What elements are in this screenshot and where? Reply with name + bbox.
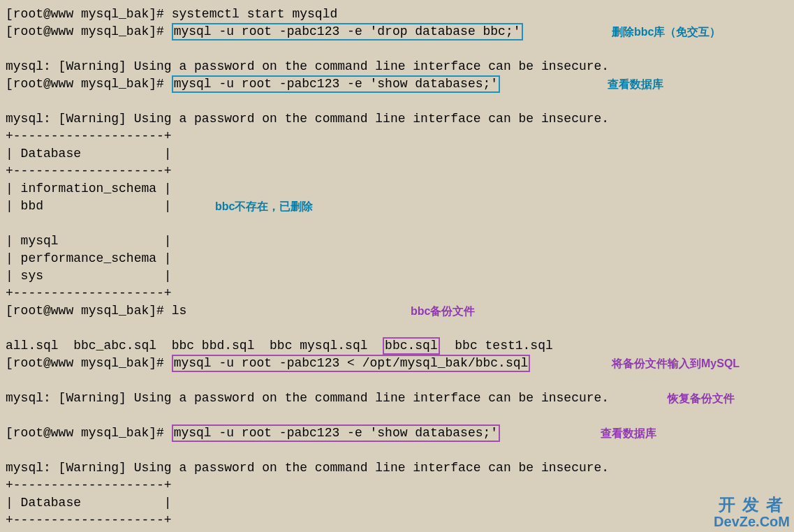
annotation-bbc-deleted: bbc不存在，已删除 — [215, 198, 313, 215]
prompt: [root@www mysql_bak]# — [6, 356, 172, 370]
line-restore: [root@www mysql_bak]# mysql -u root -pab… — [6, 355, 788, 390]
line-warn3: mysql: [Warning] Using a password on the… — [6, 459, 788, 477]
annotation-restore-file: 恢复备份文件 — [668, 390, 735, 407]
tbl-sep2: +--------------------+ — [6, 512, 788, 529]
warn2-text: mysql: [Warning] Using a password on the… — [6, 391, 609, 405]
ls-out-c: bbc test1.sql — [440, 339, 553, 353]
watermark-en: DevZe.CoM — [714, 514, 790, 529]
line-ls: [root@www mysql_bak]# ls bbc备份文件 — [6, 302, 788, 337]
annotation-delete-bbc: 删除bbc库（免交互） — [612, 23, 721, 40]
tbl-hdr2: | Database | — [6, 494, 788, 512]
tbl-sep: +--------------------+ — [6, 285, 788, 302]
annotation-show-db: 查看数据库 — [608, 75, 663, 93]
prompt: [root@www mysql_bak]# — [6, 304, 172, 318]
tbl-sep2: +--------------------+ — [6, 477, 788, 494]
line-1: [root@www mysql_bak]# systemctl start my… — [6, 6, 788, 23]
db-row-sys: | sys | — [6, 267, 788, 285]
line-show2: [root@www mysql_bak]# mysql -u root -pab… — [6, 424, 788, 459]
cmd-show-db: mysql -u root -pabc123 -e 'show database… — [172, 75, 500, 93]
watermark: 开发者 DevZe.CoM — [714, 496, 790, 529]
db-row-is: | information_schema | — [6, 180, 788, 198]
tbl-hdr: | Database | — [6, 145, 788, 163]
annotation-show-db2: 查看数据库 — [601, 424, 656, 442]
cmd-systemctl: systemctl start mysqld — [172, 7, 338, 21]
line-4: [root@www mysql_bak]# mysql -u root -pab… — [6, 75, 788, 110]
annotation-backup-file: bbc备份文件 — [411, 302, 475, 320]
line-5-warning: mysql: [Warning] Using a password on the… — [6, 110, 788, 128]
prompt: [root@www mysql_bak]# — [6, 7, 172, 21]
prompt: [root@www mysql_bak]# — [6, 77, 172, 91]
cmd-restore: mysql -u root -pabc123 < /opt/mysql_bak/… — [172, 355, 531, 372]
db-row-bbd-text: | bbd | — [6, 199, 172, 213]
ls-output: all.sql bbc_abc.sql bbc bbd.sql bbc mysq… — [6, 337, 788, 355]
db-row-bbd: | bbd | bbc不存在，已删除 — [6, 198, 788, 232]
db-row-ps: | performance_schema | — [6, 250, 788, 267]
prompt: [root@www mysql_bak]# — [6, 426, 172, 440]
cmd-drop-db: mysql -u root -pabc123 -e 'drop database… — [172, 23, 523, 40]
line-2: [root@www mysql_bak]# mysql -u root -pab… — [6, 23, 788, 58]
bbc-sql-file: bbc.sql — [383, 337, 440, 355]
db-row-mysql: | mysql | — [6, 232, 788, 250]
tbl-sep: +--------------------+ — [6, 128, 788, 145]
line-warn2: mysql: [Warning] Using a password on the… — [6, 390, 788, 424]
annotation-input-to-mysql: 将备份文件输入到MySQL — [612, 355, 740, 372]
ls-out-a: all.sql bbc_abc.sql bbc bbd.sql bbc mysq… — [6, 339, 383, 353]
prompt: [root@www mysql_bak]# — [6, 24, 172, 38]
watermark-cn: 开发者 — [714, 496, 790, 514]
db2-row-is: | information_schema | — [6, 529, 788, 532]
line-3-warning: mysql: [Warning] Using a password on the… — [6, 58, 788, 75]
cmd-ls: ls — [172, 304, 187, 318]
tbl-sep: +--------------------+ — [6, 163, 788, 180]
cmd-show-db2: mysql -u root -pabc123 -e 'show database… — [172, 424, 500, 442]
